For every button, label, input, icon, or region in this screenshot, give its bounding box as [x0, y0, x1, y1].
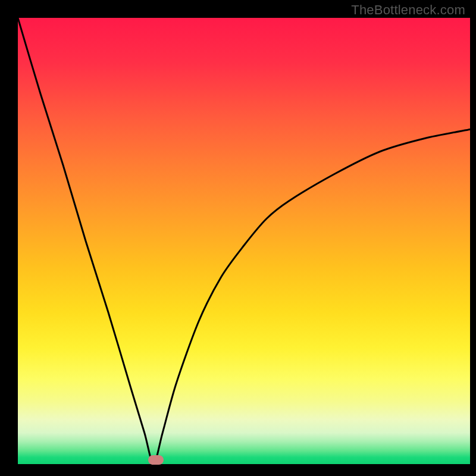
- bottleneck-curve: [18, 18, 470, 464]
- chart-stage: TheBottleneck.com: [0, 0, 476, 476]
- minimum-marker: [148, 455, 164, 465]
- plot-area: [18, 18, 470, 464]
- curve-svg: [18, 18, 470, 464]
- watermark-text: TheBottleneck.com: [351, 2, 465, 18]
